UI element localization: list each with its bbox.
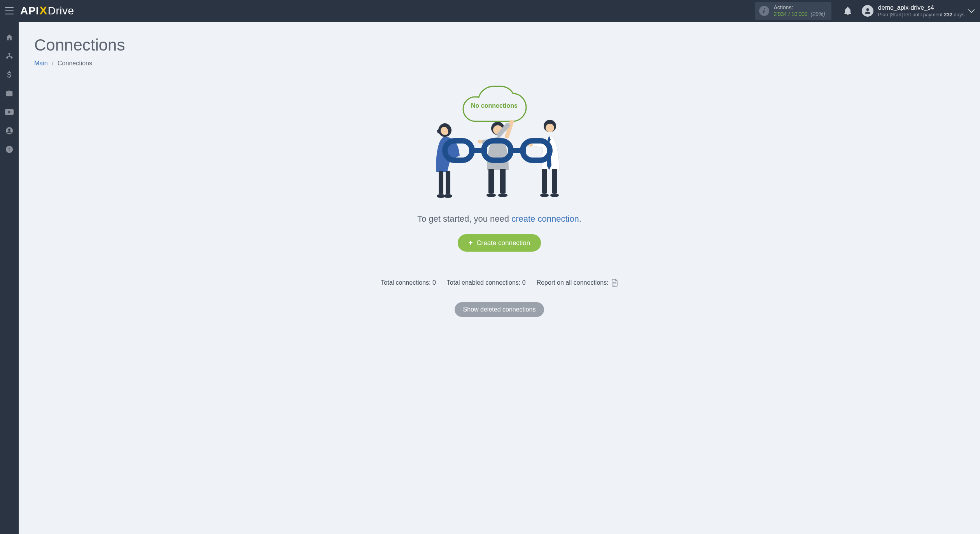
breadcrumb: Main / Connections (34, 60, 964, 67)
sidebar-account-icon[interactable] (0, 126, 19, 135)
plus-icon: + (469, 239, 473, 247)
brand-api: API (20, 5, 39, 17)
info-icon: i (759, 6, 769, 16)
svg-rect-18 (488, 169, 494, 193)
create-connection-button[interactable]: + Create connection (458, 234, 541, 252)
actions-used: 2'934 (774, 11, 787, 17)
topbar: APIXDrive i Actions: 2'934 / 10'000 (29%… (0, 0, 980, 22)
actions-usage-box[interactable]: i Actions: 2'934 / 10'000 (29%) (755, 2, 831, 20)
sidebar-connections-icon[interactable] (0, 51, 19, 61)
sidebar-video-icon[interactable] (0, 107, 19, 117)
brand-drive: Drive (48, 5, 74, 17)
svg-rect-27 (552, 169, 557, 193)
main-content: Connections Main / Connections No connec… (19, 22, 980, 534)
page-title: Connections (34, 36, 964, 54)
notifications-bell-icon[interactable] (841, 7, 855, 15)
user-subline: Plan |Start| left until payment 232 days (878, 12, 964, 18)
svg-rect-8 (446, 171, 450, 194)
svg-rect-26 (542, 169, 547, 193)
total-enabled-connections: Total enabled connections: 0 (447, 279, 526, 286)
svg-rect-7 (439, 171, 443, 194)
empty-state: No connections (340, 78, 659, 317)
total-connections: Total connections: 0 (381, 279, 436, 286)
create-connection-button-label: Create connection (476, 239, 530, 247)
svg-point-20 (486, 193, 496, 197)
svg-point-11 (444, 194, 452, 198)
document-icon (612, 279, 618, 287)
chevron-down-icon[interactable] (968, 8, 975, 15)
stats-row: Total connections: 0 Total enabled conne… (340, 279, 659, 287)
actions-percent: (29%) (811, 11, 825, 17)
user-block[interactable]: demo_apix-drive_s4 Plan |Start| left unt… (862, 4, 964, 18)
svg-rect-19 (500, 169, 506, 193)
avatar-icon (862, 5, 873, 17)
svg-point-3 (8, 129, 10, 131)
cloud-text: No connections (471, 102, 518, 109)
empty-illustration: No connections (422, 82, 577, 203)
sidebar-home-icon[interactable] (0, 33, 19, 42)
brand-logo[interactable]: APIXDrive (20, 4, 74, 18)
brand-x: X (39, 4, 47, 17)
svg-point-0 (866, 8, 869, 11)
sidebar-help-icon[interactable] (0, 145, 19, 154)
create-connection-link[interactable]: create connection (511, 214, 579, 224)
svg-point-23 (546, 124, 554, 132)
actions-text: Actions: 2'934 / 10'000 (29%) (774, 4, 825, 18)
breadcrumb-main-link[interactable]: Main (34, 60, 48, 67)
svg-point-29 (550, 193, 559, 197)
svg-point-28 (540, 193, 549, 197)
empty-text: To get started, you need create connecti… (340, 214, 659, 224)
actions-label: Actions: (774, 4, 825, 11)
actions-total: 10'000 (791, 11, 808, 17)
breadcrumb-current: Connections (58, 60, 92, 67)
breadcrumb-separator: / (52, 60, 53, 67)
sidebar-billing-icon[interactable] (0, 70, 19, 79)
user-name: demo_apix-drive_s4 (878, 4, 964, 12)
show-deleted-button[interactable]: Show deleted connections (455, 302, 544, 317)
svg-point-17 (478, 140, 482, 144)
report-all-connections[interactable]: Report on all connections: (537, 279, 618, 287)
svg-point-21 (498, 193, 508, 197)
sidebar (0, 22, 19, 534)
sidebar-briefcase-icon[interactable] (0, 89, 19, 98)
hamburger-menu[interactable] (0, 0, 19, 22)
user-text: demo_apix-drive_s4 Plan |Start| left unt… (878, 4, 964, 18)
